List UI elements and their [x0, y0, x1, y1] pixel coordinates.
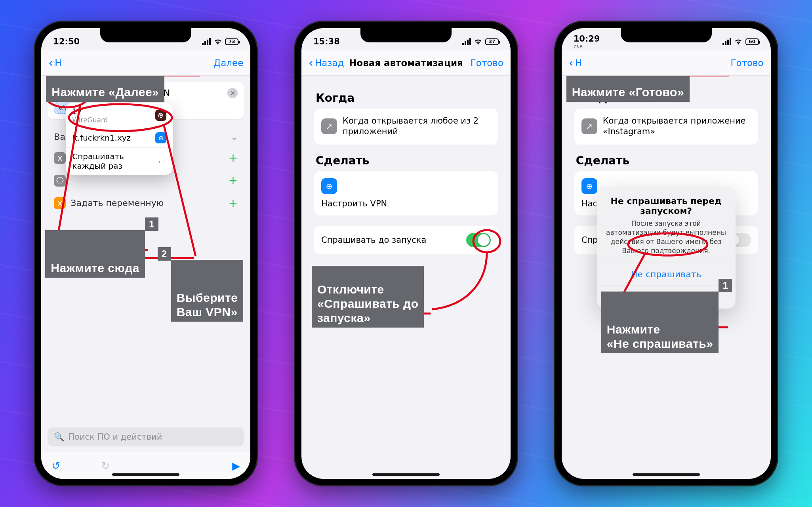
run-button[interactable]: ▶	[232, 460, 240, 472]
wifi-icon	[474, 37, 482, 46]
status-right: 60	[722, 37, 759, 46]
nav-back-button[interactable]: ‹ Н	[48, 57, 61, 69]
battery-icon: 60	[745, 38, 759, 45]
nav-bar: ‹ Н Далее	[41, 50, 250, 76]
nav-back-label: Н	[55, 58, 61, 68]
step-badge: 1	[719, 279, 732, 292]
phone-2: 15:38 37 ‹ Назад Новая автоматизация Гот…	[295, 22, 517, 485]
screen: 12:50 73 ‹ Н Далее ☉ Подключиться к VPN …	[41, 28, 250, 479]
nav-next-button[interactable]: Далее	[213, 58, 243, 68]
add-icon[interactable]: +	[229, 196, 238, 210]
confirm-alert: Не спрашивать перед запуском? После запу…	[597, 187, 736, 309]
anno-step2: 2 Выберите Ваш VPN»	[171, 260, 244, 322]
add-icon[interactable]: +	[229, 174, 238, 187]
cellular-icon	[462, 38, 471, 45]
alert-title: Не спрашивать перед запуском?	[606, 196, 727, 216]
alert-confirm-button[interactable]: Не спрашивать	[597, 263, 736, 286]
do-text: Настроить VPN	[321, 199, 387, 208]
row-icon: ⎔	[54, 175, 66, 187]
nav-bar: ‹ Н Готово	[562, 50, 771, 76]
vpn-option-server[interactable]: lt.fuckrkn1.xyz ⊕	[66, 128, 173, 147]
content: Когда ↗ Когда открывается любое из 2 при…	[301, 76, 511, 479]
when-card[interactable]: ↗ Когда открывается приложение «Instagra…	[574, 109, 758, 145]
redo-button: ↻	[101, 460, 110, 472]
anno-label: Отключите «Спрашивать до запуска»	[317, 283, 419, 324]
popup-item-sub: WireGuard	[72, 116, 108, 124]
vpn-picker-popup: 17 WireGuard ֍ lt.fuckrkn1.xyz ⊕ Спрашив…	[66, 103, 173, 175]
popup-item-label: lt.fuckrkn1.xyz	[72, 133, 131, 143]
row-icon: x	[54, 152, 66, 164]
variable-icon: x	[54, 197, 66, 209]
nav-back-button[interactable]: ‹ Н	[569, 57, 582, 69]
screen: 10:29 иск 60 ‹ Н Готово Когда ↗ Когда от…	[562, 28, 771, 479]
ask-label: Спр	[581, 235, 598, 245]
ask-label: Спрашивать до запуска	[321, 235, 426, 245]
status-time: 15:38	[313, 37, 340, 46]
home-indicator[interactable]	[633, 473, 700, 476]
battery-icon: 73	[225, 38, 238, 45]
row-label: Задать переменную	[71, 198, 164, 208]
when-heading: Когда	[308, 82, 504, 109]
anno-label: Нажмите «Далее»	[51, 86, 159, 99]
status-right: 73	[202, 37, 238, 46]
popup-item-label: Спрашивать каждый раз	[72, 152, 157, 171]
when-text: Когда открывается любое из 2 приложений	[343, 116, 491, 137]
anno-label: Нажмите «Не спрашивать»	[607, 323, 713, 350]
cellular-icon	[722, 38, 731, 45]
add-icon[interactable]: +	[229, 151, 238, 164]
notch	[621, 28, 712, 42]
step-badge: 1	[145, 217, 158, 231]
do-card[interactable]: ⊕ Настроить VPN	[314, 171, 498, 215]
phone-3: 10:29 иск 60 ‹ Н Готово Когда ↗ Когда от…	[555, 22, 777, 485]
ask-before-card: Спрашивать до запуска	[314, 226, 498, 254]
globe-icon: ⊕	[155, 132, 166, 143]
phone-1: 12:50 73 ‹ Н Далее ☉ Подключиться к VPN …	[35, 22, 257, 485]
app-open-icon: ↗	[581, 118, 597, 134]
screen: 15:38 37 ‹ Назад Новая автоматизация Гот…	[301, 28, 511, 479]
anno-step1: 1 Нажмите сюда	[45, 230, 145, 278]
anno-label: Нажмите «Готово»	[572, 86, 684, 99]
step-badge: 2	[158, 247, 171, 261]
wifi-icon	[734, 37, 743, 46]
vpn-option-wireguard[interactable]: 17 WireGuard ֍	[66, 103, 173, 128]
status-time: 10:29	[574, 35, 600, 43]
ask-before-toggle[interactable]	[466, 233, 491, 247]
nav-done-button[interactable]: Готово	[730, 58, 763, 68]
row-label: Ва	[54, 132, 65, 142]
anno-label: Нажмите сюда	[51, 261, 139, 274]
nav-bar: ‹ Назад Новая автоматизация Готово	[301, 50, 511, 76]
anno-step3: 3 Нажмите «Далее»	[46, 76, 164, 102]
home-indicator[interactable]	[112, 473, 179, 476]
search-placeholder: Поиск ПО и действий	[68, 432, 162, 442]
search-input[interactable]: 🔍 Поиск ПО и действий	[48, 427, 244, 446]
home-indicator[interactable]	[372, 473, 440, 476]
clear-icon[interactable]: ✕	[227, 88, 238, 98]
content: Когда ↗ Когда открывается приложение «In…	[562, 76, 771, 479]
anno-step2: 2 Нажмите «Готово»	[566, 76, 690, 102]
alert-message: После запуска этой автоматизации будут в…	[606, 219, 727, 255]
notch	[100, 28, 191, 42]
anno-step1: 1 Нажмите «Не спрашивать»	[601, 292, 719, 353]
chevron-left-icon: ‹	[48, 57, 53, 69]
status-sub: иск	[574, 43, 600, 48]
nav-title: Новая автоматизация	[301, 58, 511, 68]
notch	[360, 28, 452, 42]
status-time: 12:50	[53, 37, 80, 46]
suggestion-row-variable[interactable]: xЗадать переменную +	[48, 192, 244, 214]
chevron-down-icon: ⌄	[231, 132, 238, 142]
anno-label: Выберите Ваш VPN»	[177, 291, 238, 318]
when-text: Когда открывается приложение «Instagram»	[603, 116, 751, 137]
when-card[interactable]: ↗ Когда открывается любое из 2 приложени…	[314, 109, 498, 145]
vpn-icon: ⊕	[321, 178, 337, 194]
wireguard-icon: ֍	[155, 110, 166, 121]
prompt-icon: ▭	[158, 156, 167, 167]
nav-back-label: Н	[575, 58, 582, 68]
popup-item-title: 17	[72, 107, 108, 116]
undo-button[interactable]: ↺	[51, 460, 60, 472]
app-open-icon: ↗	[321, 118, 337, 134]
cellular-icon	[202, 38, 211, 45]
status-right: 37	[462, 37, 499, 46]
do-heading: Сделать	[568, 145, 764, 171]
vpn-option-ask[interactable]: Спрашивать каждый раз ▭	[66, 147, 173, 175]
search-icon: 🔍	[54, 432, 64, 442]
